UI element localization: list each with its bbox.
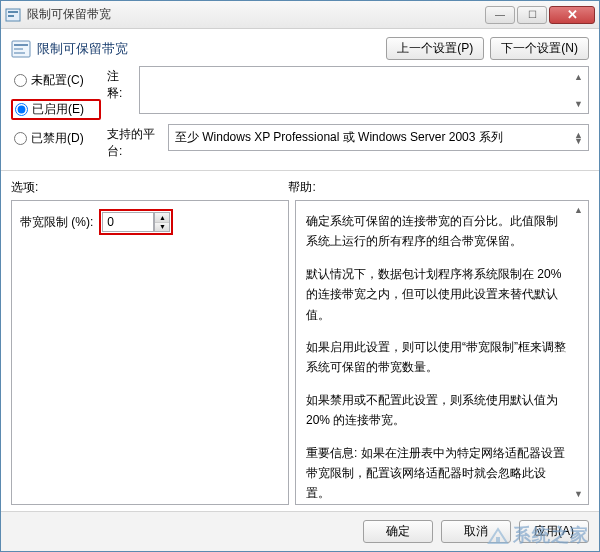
next-setting-button[interactable]: 下一个设置(N) xyxy=(490,37,589,60)
window-title: 限制可保留带宽 xyxy=(27,6,483,23)
help-paragraph: 确定系统可保留的连接带宽的百分比。此值限制系统上运行的所有程序的组合带宽保留。 xyxy=(306,211,566,252)
scroll-up-icon[interactable]: ▲ xyxy=(571,203,586,218)
bandwidth-limit-spinner: ▲ ▼ xyxy=(99,209,173,235)
apply-button[interactable]: 应用(A) xyxy=(519,520,589,543)
help-paragraph: 默认情况下，数据包计划程序将系统限制在 20% 的连接带宽之内，但可以使用此设置… xyxy=(306,264,566,325)
svg-rect-6 xyxy=(14,52,25,54)
ok-button[interactable]: 确定 xyxy=(363,520,433,543)
window-controls: — ☐ ✕ xyxy=(483,6,595,24)
titlebar: 限制可保留带宽 — ☐ ✕ xyxy=(1,1,599,29)
svg-rect-1 xyxy=(8,11,18,13)
minimize-button[interactable]: — xyxy=(485,6,515,24)
scroll-down-icon[interactable]: ▼ xyxy=(571,96,586,111)
radio-not-configured-label: 未配置(C) xyxy=(31,72,84,89)
dialog-footer: 确定 取消 应用(A) 系统之家 xyxy=(1,511,599,551)
radio-not-configured-input[interactable] xyxy=(14,74,27,87)
page-title: 限制可保留带宽 xyxy=(37,40,386,58)
scroll-down-icon[interactable]: ▼ xyxy=(571,487,586,502)
radio-enabled-input[interactable] xyxy=(15,103,28,116)
radio-disabled[interactable]: 已禁用(D) xyxy=(11,128,101,149)
policy-icon xyxy=(11,39,31,59)
scroll-up-icon[interactable]: ▲ xyxy=(571,69,586,84)
header-section: 限制可保留带宽 上一个设置(P) 下一个设置(N) 未配置(C) 已启用(E) xyxy=(1,29,599,171)
svg-rect-2 xyxy=(8,15,14,17)
previous-setting-button[interactable]: 上一个设置(P) xyxy=(386,37,484,60)
supported-platform-value: 至少 Windows XP Professional 或 Windows Ser… xyxy=(175,130,503,144)
options-label: 选项: xyxy=(11,179,288,196)
help-label: 帮助: xyxy=(288,179,589,196)
cancel-button[interactable]: 取消 xyxy=(441,520,511,543)
help-paragraph: 重要信息: 如果在注册表中为特定网络适配器设置带宽限制，配置该网络适配器时就会忽… xyxy=(306,443,566,504)
options-panel: 带宽限制 (%): ▲ ▼ xyxy=(11,200,289,505)
radio-disabled-input[interactable] xyxy=(14,132,27,145)
radio-enabled[interactable]: 已启用(E) xyxy=(11,99,101,120)
bandwidth-limit-label: 带宽限制 (%): xyxy=(20,214,93,231)
help-panel: ▲ 确定系统可保留的连接带宽的百分比。此值限制系统上运行的所有程序的组合带宽保留… xyxy=(295,200,589,505)
help-paragraph: 如果启用此设置，则可以使用“带宽限制”框来调整系统可保留的带宽数量。 xyxy=(306,337,566,378)
svg-rect-5 xyxy=(14,48,23,50)
spin-up-button[interactable]: ▲ xyxy=(155,213,169,223)
radio-not-configured[interactable]: 未配置(C) xyxy=(11,70,101,91)
supported-platform-box: 至少 Windows XP Professional 或 Windows Ser… xyxy=(168,124,589,151)
section-labels: 选项: 帮助: xyxy=(1,171,599,200)
radio-disabled-label: 已禁用(D) xyxy=(31,130,84,147)
supported-platform-label: 支持的平台: xyxy=(107,124,162,160)
comment-label: 注释: xyxy=(107,66,133,102)
help-paragraph: 如果禁用或不配置此设置，则系统使用默认值为 20% 的连接带宽。 xyxy=(306,390,566,431)
bandwidth-limit-input[interactable] xyxy=(102,212,154,232)
scroll-down-icon[interactable]: ▼ xyxy=(571,133,586,148)
policy-editor-window: 限制可保留带宽 — ☐ ✕ 限制可保留带宽 上一个设置(P) 下一个设置(N) xyxy=(0,0,600,552)
close-button[interactable]: ✕ xyxy=(549,6,595,24)
comment-textarea[interactable]: ▲ ▼ xyxy=(139,66,589,114)
spin-down-button[interactable]: ▼ xyxy=(155,223,169,232)
svg-rect-4 xyxy=(14,44,28,46)
app-icon xyxy=(5,7,21,23)
maximize-button[interactable]: ☐ xyxy=(517,6,547,24)
radio-enabled-label: 已启用(E) xyxy=(32,101,84,118)
